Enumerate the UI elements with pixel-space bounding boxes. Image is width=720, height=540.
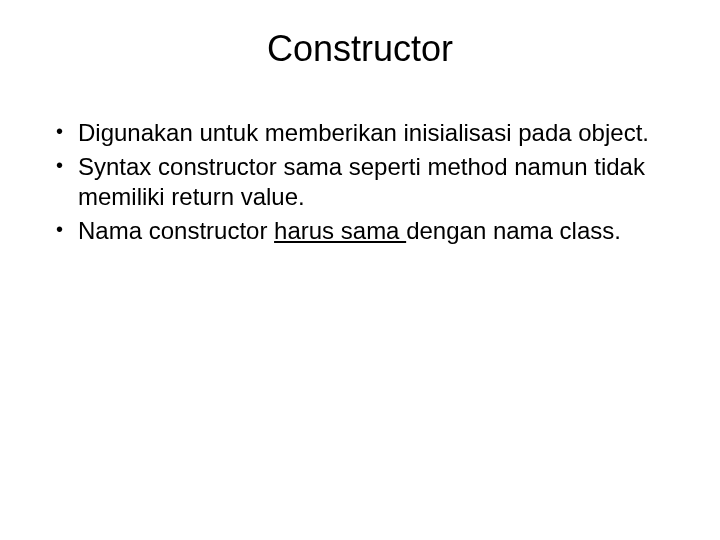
bullet-list: Digunakan untuk memberikan inisialisasi … — [50, 118, 670, 246]
slide: Constructor Digunakan untuk memberikan i… — [0, 0, 720, 540]
bullet-text: Digunakan untuk memberikan inisialisasi … — [78, 119, 649, 146]
list-item: Digunakan untuk memberikan inisialisasi … — [50, 118, 670, 148]
bullet-text: Syntax constructor sama seperti method n… — [78, 153, 645, 210]
bullet-text: Nama constructor — [78, 217, 274, 244]
bullet-text-post: dengan nama class. — [406, 217, 621, 244]
bullet-underline: harus sama — [274, 217, 406, 244]
list-item: Nama constructor harus sama dengan nama … — [50, 216, 670, 246]
slide-title: Constructor — [50, 28, 670, 70]
list-item: Syntax constructor sama seperti method n… — [50, 152, 670, 212]
